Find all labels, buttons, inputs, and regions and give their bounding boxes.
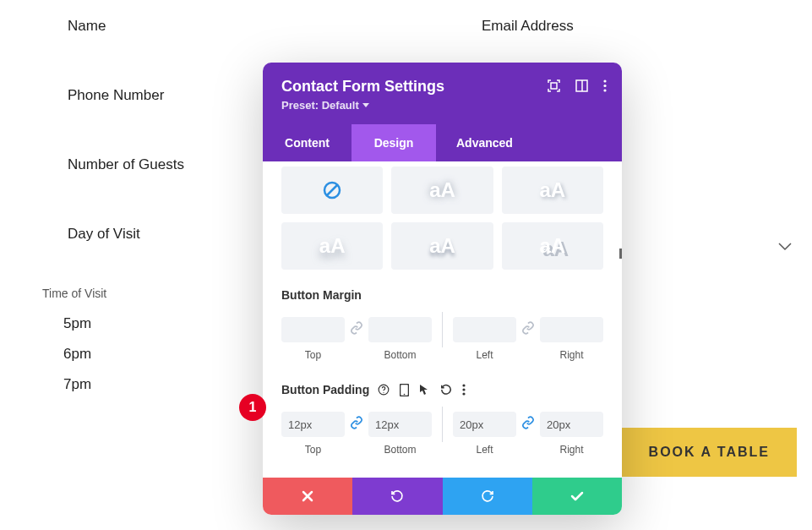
padding-link-lr-icon[interactable] bbox=[521, 416, 535, 451]
margin-link-lr-icon[interactable] bbox=[521, 321, 535, 357]
svg-line-7 bbox=[327, 185, 338, 196]
padding-bottom-label: Bottom bbox=[384, 444, 416, 456]
tab-design[interactable]: Design bbox=[352, 124, 436, 161]
text-shadow-grid: aA aA aA aA aA bbox=[281, 167, 603, 270]
padding-right-label: Right bbox=[559, 444, 583, 456]
button-padding-label: Button Padding bbox=[281, 383, 369, 396]
button-margin-section: Button Margin Top Bottom Left bbox=[281, 288, 603, 366]
email-field-label[interactable]: Email Address bbox=[456, 18, 574, 35]
margin-left-label: Left bbox=[476, 349, 493, 361]
shadow-preset-1[interactable]: aA bbox=[391, 167, 493, 214]
svg-point-13 bbox=[463, 388, 466, 391]
shadow-preset-2[interactable]: aA bbox=[502, 167, 603, 214]
shadow-preset-3[interactable]: aA bbox=[281, 222, 383, 270]
close-icon bbox=[302, 490, 313, 502]
book-a-table-button[interactable]: BOOK A TABLE bbox=[622, 428, 797, 477]
undo-button[interactable] bbox=[352, 478, 442, 515]
svg-rect-0 bbox=[551, 83, 557, 89]
svg-point-12 bbox=[463, 384, 466, 386]
shadow-preset-4[interactable]: aA bbox=[391, 222, 493, 270]
svg-point-11 bbox=[404, 393, 406, 395]
margin-right-input[interactable] bbox=[540, 317, 603, 342]
modal-footer bbox=[263, 478, 622, 515]
save-button[interactable] bbox=[532, 478, 622, 515]
expand-icon[interactable] bbox=[548, 79, 560, 92]
padding-left-label: Left bbox=[476, 444, 493, 456]
padding-bottom-input[interactable] bbox=[368, 412, 432, 437]
shadow-none[interactable] bbox=[281, 167, 383, 214]
svg-point-5 bbox=[603, 89, 606, 91]
redo-button[interactable] bbox=[443, 478, 532, 515]
help-icon[interactable] bbox=[378, 384, 390, 396]
modal-body: aA aA aA aA aA Button Margin Top Bottom bbox=[263, 161, 622, 461]
more-icon[interactable] bbox=[603, 79, 607, 92]
mobile-icon[interactable] bbox=[400, 384, 409, 396]
undo-icon bbox=[390, 489, 404, 503]
more-vert-icon[interactable] bbox=[462, 384, 466, 396]
svg-point-4 bbox=[603, 85, 606, 87]
check-icon bbox=[570, 491, 584, 501]
contact-form-settings-modal: Contact Form Settings Preset: Default Co… bbox=[263, 63, 622, 515]
margin-top-label: Top bbox=[305, 349, 321, 361]
shadow-preset-5[interactable]: aA bbox=[502, 222, 603, 270]
hover-icon[interactable] bbox=[419, 384, 430, 396]
padding-link-tb-icon[interactable] bbox=[350, 416, 363, 451]
tab-content[interactable]: Content bbox=[263, 124, 352, 161]
redo-icon bbox=[481, 489, 494, 503]
margin-left-input[interactable] bbox=[453, 317, 516, 342]
preset-dropdown[interactable]: Preset: Default bbox=[281, 99, 369, 112]
reset-icon[interactable] bbox=[440, 384, 452, 396]
padding-top-label: Top bbox=[305, 444, 321, 456]
margin-top-input[interactable] bbox=[281, 317, 345, 342]
padding-right-input[interactable] bbox=[540, 412, 603, 437]
padding-left-input[interactable] bbox=[453, 412, 516, 437]
dock-icon[interactable] bbox=[575, 79, 588, 92]
tab-advanced[interactable]: Advanced bbox=[436, 124, 622, 161]
divider bbox=[442, 312, 443, 347]
margin-bottom-label: Bottom bbox=[384, 349, 416, 361]
svg-point-3 bbox=[603, 79, 606, 82]
margin-right-label: Right bbox=[559, 349, 583, 361]
chevron-down-icon[interactable] bbox=[778, 239, 792, 254]
divider bbox=[442, 407, 443, 442]
button-padding-section: Button Padding Top Bottom bbox=[281, 383, 603, 461]
margin-bottom-input[interactable] bbox=[368, 317, 432, 342]
name-field-label[interactable]: Name bbox=[42, 18, 770, 35]
annotation-badge-1: 1 bbox=[239, 394, 266, 421]
padding-top-input[interactable] bbox=[281, 412, 345, 437]
svg-point-9 bbox=[384, 392, 384, 393]
button-margin-label: Button Margin bbox=[281, 288, 603, 302]
modal-tabs: Content Design Advanced bbox=[263, 124, 622, 161]
cancel-button[interactable] bbox=[263, 478, 352, 515]
margin-link-tb-icon[interactable] bbox=[350, 321, 363, 357]
scrollbar-thumb[interactable] bbox=[619, 249, 622, 259]
svg-point-14 bbox=[463, 392, 466, 395]
modal-header: Contact Form Settings Preset: Default bbox=[263, 63, 622, 124]
